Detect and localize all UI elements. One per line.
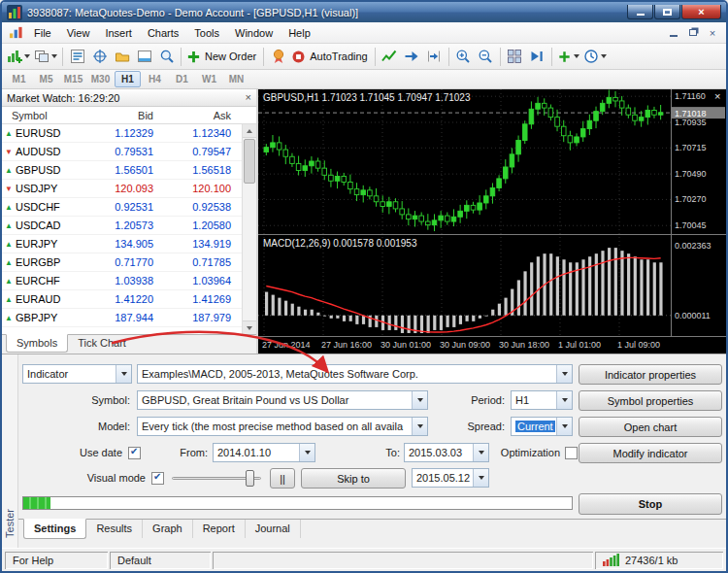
menu-insert[interactable]: Insert	[97, 24, 140, 42]
symbol-properties-button[interactable]: Symbol properties	[579, 390, 722, 411]
market-watch-row[interactable]: ▲USDCHF0.925310.92538	[2, 198, 242, 217]
tester-tab-graph[interactable]: Graph	[143, 520, 193, 538]
visual-speed-slider[interactable]	[172, 470, 261, 487]
data-window-button[interactable]	[88, 46, 111, 68]
timeframe-h1[interactable]: H1	[115, 71, 141, 87]
market-watch-row[interactable]: ▼AUDUSD0.795310.79547	[2, 143, 242, 161]
tester-tab-settings[interactable]: Settings	[23, 519, 86, 539]
mdi-restore-button[interactable]	[683, 25, 703, 41]
market-watch-row[interactable]: ▲EURAUD1.412201.41269	[2, 290, 242, 309]
menu-file[interactable]: File	[26, 24, 59, 42]
chart-close-icon[interactable]: ×	[714, 90, 720, 102]
market-watch-row[interactable]: ▲EURGBP0.717700.71785	[2, 253, 242, 272]
market-watch-scrollbar[interactable]	[242, 124, 256, 334]
menu-charts[interactable]: Charts	[140, 24, 186, 42]
open-chart-button[interactable]: Open chart	[579, 417, 722, 437]
menu-tools[interactable]: Tools	[186, 24, 227, 42]
column-ask[interactable]: Ask	[159, 110, 237, 121]
navigator-button[interactable]	[111, 46, 133, 68]
dropdown-caret-icon[interactable]	[299, 444, 314, 461]
profiles-button[interactable]	[32, 46, 59, 68]
auto-scroll-button[interactable]	[401, 46, 423, 68]
new-order-button[interactable]: New Order	[184, 46, 260, 68]
market-watch-close-icon[interactable]: ×	[246, 92, 251, 103]
to-date-dropdown[interactable]: 2015.03.03	[404, 443, 489, 462]
use-date-checkbox[interactable]	[128, 447, 141, 459]
mql5-community-button[interactable]	[267, 46, 289, 68]
market-watch-row[interactable]: ▲GBPUSD1.565011.56518	[2, 161, 242, 180]
timeframe-m5[interactable]: M5	[33, 71, 59, 87]
dropdown-caret-icon[interactable]	[412, 418, 427, 435]
menu-view[interactable]: View	[59, 24, 98, 42]
market-watch-row[interactable]: ▲EURCHF1.039381.03964	[2, 272, 242, 290]
slider-thumb[interactable]	[246, 470, 254, 487]
modify-indicator-button[interactable]: Modify indicator	[579, 443, 722, 463]
timeframe-m15[interactable]: M15	[60, 71, 86, 87]
timeframe-m1[interactable]: M1	[6, 71, 32, 87]
strategy-tester-button[interactable]	[155, 46, 178, 68]
market-watch-row[interactable]: ▲GBPJPY187.944187.979	[2, 309, 242, 327]
dropdown-caret-icon[interactable]	[473, 469, 488, 487]
dropdown-caret-icon[interactable]	[556, 391, 572, 409]
scrollbar-thumb[interactable]	[244, 139, 255, 184]
skip-date-dropdown[interactable]: 2015.05.12	[412, 468, 489, 488]
mdi-minimize-button[interactable]	[664, 25, 683, 41]
price-chart[interactable]: 1.711601.709351.707151.704901.702701.700…	[258, 89, 726, 354]
market-watch-row[interactable]: ▲EURUSD1.123291.12340	[2, 124, 242, 143]
pause-button[interactable]: ||	[270, 468, 295, 489]
optimization-checkbox[interactable]	[565, 447, 578, 459]
market-watch-row[interactable]: ▲USDCAD1.205731.20580	[2, 217, 242, 235]
timeframe-w1[interactable]: W1	[196, 71, 222, 87]
tester-tab-journal[interactable]: Journal	[246, 520, 301, 538]
status-profile[interactable]: Default	[110, 552, 211, 569]
chart-panel[interactable]: 1.711601.709351.707151.704901.702701.700…	[258, 89, 726, 354]
timeframe-mn[interactable]: MN	[223, 71, 249, 87]
from-date-dropdown[interactable]: 2014.01.10	[213, 443, 315, 462]
symbol-dropdown[interactable]: GBPUSD, Great Britain Pound vs US Dollar	[137, 390, 428, 410]
mdi-close-button[interactable]: ×	[703, 25, 722, 41]
scroll-down-icon[interactable]	[243, 320, 256, 334]
indicators-button[interactable]	[379, 46, 401, 68]
close-button[interactable]: ×	[681, 5, 721, 19]
period-dropdown[interactable]: H1	[511, 390, 573, 410]
market-watch-button[interactable]	[66, 46, 88, 68]
autotrading-button[interactable]: AutoTrading	[289, 46, 372, 68]
chart-shift-button[interactable]	[423, 46, 446, 68]
zoom-out-button[interactable]	[475, 46, 497, 68]
tab-tick-chart[interactable]: Tick Chart	[68, 335, 136, 352]
terminal-button[interactable]	[133, 46, 155, 68]
timeframe-h4[interactable]: H4	[142, 71, 168, 87]
tile-windows-button[interactable]	[504, 46, 526, 68]
stop-button[interactable]: Stop	[579, 493, 722, 515]
menu-window[interactable]: Window	[227, 24, 281, 42]
dropdown-caret-icon[interactable]	[556, 365, 572, 383]
scroll-up-icon[interactable]	[243, 124, 256, 138]
title-bar[interactable]: 3938087: MetaQuotes-Demo - Demo Account …	[2, 2, 726, 22]
dropdown-caret-icon[interactable]	[556, 418, 572, 435]
column-symbol[interactable]: Symbol	[2, 110, 78, 121]
maximize-button[interactable]	[654, 5, 680, 19]
dropdown-caret-icon[interactable]	[412, 391, 427, 409]
tester-side-strip[interactable]: Tester	[2, 354, 18, 548]
column-bid[interactable]: Bid	[78, 110, 159, 121]
model-dropdown[interactable]: Every tick (the most precise method base…	[137, 417, 428, 436]
visual-mode-checkbox[interactable]	[151, 472, 164, 485]
menu-help[interactable]: Help	[281, 24, 318, 42]
tester-type-dropdown[interactable]: Indicator	[22, 364, 132, 384]
zoom-in-button[interactable]	[452, 46, 475, 68]
timeframe-d1[interactable]: D1	[169, 71, 195, 87]
indicator-properties-button[interactable]: Indicator properties	[579, 364, 722, 385]
periods-button[interactable]	[581, 46, 609, 68]
new-chart-button[interactable]	[5, 46, 32, 68]
skip-to-button[interactable]: Skip to	[301, 468, 406, 489]
market-watch-row[interactable]: ▲EURJPY134.905134.919	[2, 235, 242, 253]
tester-expert-dropdown[interactable]: Examples\MACD, 2005-2013, MetaQuotes Sof…	[137, 364, 573, 384]
timeframe-m30[interactable]: M30	[87, 71, 114, 87]
step-forward-button[interactable]	[526, 46, 548, 68]
minimize-button[interactable]	[627, 5, 653, 19]
tester-tab-report[interactable]: Report	[193, 520, 246, 538]
tab-symbols[interactable]: Symbols	[6, 334, 68, 353]
add-indicator-button[interactable]	[555, 46, 581, 68]
dropdown-caret-icon[interactable]	[473, 444, 488, 461]
tester-tab-results[interactable]: Results	[86, 520, 143, 538]
